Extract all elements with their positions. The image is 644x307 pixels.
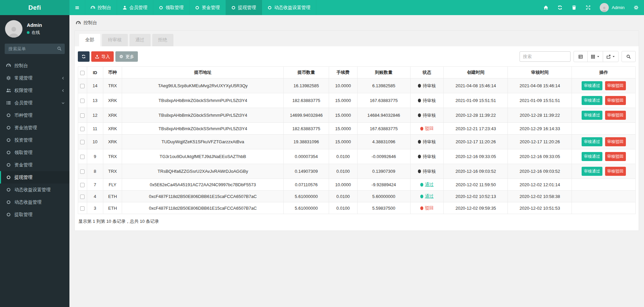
sidebar-item-10[interactable]: 动态收益设置管理 bbox=[0, 184, 69, 196]
checkbox-cell bbox=[78, 202, 87, 214]
user-menu[interactable]: Admin bbox=[600, 3, 625, 12]
nav-item-5[interactable]: 动态收益设置管理 bbox=[262, 0, 316, 15]
sidebar-item-3[interactable]: 会员管理 bbox=[0, 97, 69, 109]
cell-address: TUDuyWqjifZeK51SFkuVFZTGarzzxAtBva bbox=[122, 135, 284, 149]
cell-fee: 10.0000 bbox=[329, 79, 357, 93]
table-search-input[interactable] bbox=[520, 51, 571, 62]
status-badge: 待审核 bbox=[418, 98, 436, 104]
cell-status: 待审核 bbox=[410, 79, 444, 93]
nav-item-0[interactable]: 控制台 bbox=[85, 0, 117, 15]
cell-fee: 0.0100 bbox=[329, 164, 357, 179]
sidebar-item-7[interactable]: 领取管理 bbox=[0, 146, 69, 159]
sidebar-item-label: 动态收益管理 bbox=[14, 199, 42, 205]
trash-icon[interactable] bbox=[572, 5, 577, 10]
cell-audited: 2020-12-02 10:51:53 bbox=[508, 202, 572, 214]
sidebar-toggle-button[interactable] bbox=[69, 0, 85, 15]
nav-item-4[interactable]: 提现管理 bbox=[226, 0, 262, 15]
circle-icon bbox=[267, 5, 272, 10]
settings-gear-icon[interactable] bbox=[634, 5, 639, 10]
nav-item-3[interactable]: 资金管理 bbox=[190, 0, 226, 15]
sidebar-item-12[interactable]: 提取管理 bbox=[0, 208, 69, 221]
brand-logo[interactable]: Defi bbox=[0, 0, 69, 15]
tab-1[interactable]: 待审核 bbox=[102, 34, 128, 46]
table-row: 7FLY0x5E62eCa45A45191AC72AA2f4C9997bc7BD… bbox=[78, 179, 636, 191]
cell-amount: 16.13982585 bbox=[284, 79, 329, 93]
row-checkbox[interactable] bbox=[80, 99, 85, 103]
tab-2[interactable]: 通过 bbox=[129, 34, 151, 46]
status-dot-icon bbox=[418, 113, 421, 117]
more-button[interactable]: 更多 bbox=[115, 51, 138, 62]
row-checkbox[interactable] bbox=[80, 206, 85, 211]
reject-button[interactable]: 审核驳回 bbox=[605, 96, 626, 105]
reject-button[interactable]: 审核驳回 bbox=[605, 137, 626, 146]
chevron-left-icon bbox=[61, 76, 65, 80]
export-button[interactable] bbox=[603, 51, 619, 62]
import-button[interactable]: 导入 bbox=[91, 51, 114, 62]
row-checkbox[interactable] bbox=[80, 84, 85, 88]
reject-button[interactable]: 审核驳回 bbox=[605, 111, 626, 120]
sidebar-item-0[interactable]: 控制台 bbox=[0, 59, 69, 72]
cell-address: 0xcF487F118d2B50E806DBB61E15caFCCA6507B7… bbox=[122, 191, 284, 202]
expand-icon[interactable] bbox=[586, 5, 591, 10]
sidebar-item-2[interactable]: 权限管理 bbox=[0, 84, 69, 97]
row-checkbox[interactable] bbox=[80, 183, 85, 187]
sidebar-item-6[interactable]: 投资管理 bbox=[0, 134, 69, 146]
reject-button[interactable]: 审核驳回 bbox=[605, 81, 626, 90]
toolbar: 导入 更多 bbox=[78, 51, 636, 62]
more-button-label: 更多 bbox=[125, 54, 134, 60]
sidebar-item-4[interactable]: 币种管理 bbox=[0, 109, 69, 121]
select-all-checkbox[interactable] bbox=[80, 71, 85, 75]
reject-button[interactable]: 审核驳回 bbox=[605, 152, 626, 161]
sidebar-item-1[interactable]: 常规管理 bbox=[0, 72, 69, 84]
search-icon[interactable] bbox=[57, 46, 62, 51]
cell-actions: 审核通过 审核驳回 bbox=[572, 93, 636, 108]
approve-button[interactable]: 审核通过 bbox=[582, 167, 602, 176]
tab-3[interactable]: 拒绝 bbox=[152, 34, 173, 46]
nav-item-2[interactable]: 领取管理 bbox=[153, 0, 190, 15]
tab-0[interactable]: 全部 bbox=[79, 34, 100, 46]
cell-actions bbox=[572, 123, 636, 135]
row-checkbox[interactable] bbox=[80, 127, 85, 131]
sidebar-item-9[interactable]: 提现管理 bbox=[0, 171, 69, 184]
cell-actions bbox=[572, 202, 636, 214]
cell-status: 驳回 bbox=[410, 123, 444, 135]
sidebar-item-8[interactable]: 资金管理 bbox=[0, 159, 69, 171]
sidebar-item-label: 权限管理 bbox=[14, 88, 33, 94]
reject-button[interactable]: 审核驳回 bbox=[605, 167, 626, 176]
refresh-icon[interactable] bbox=[557, 5, 562, 10]
columns-button[interactable] bbox=[587, 51, 603, 62]
checkbox-cell bbox=[78, 191, 87, 202]
cell-received: -9.92889424 bbox=[357, 179, 410, 191]
top-nav: 控制台 会员管理 领取管理 资金管理 提现管理 动态收益设置管理 bbox=[69, 0, 316, 15]
sidebar-item-5[interactable]: 资金池管理 bbox=[0, 121, 69, 134]
row-checkbox[interactable] bbox=[80, 169, 85, 174]
home-icon[interactable] bbox=[543, 5, 548, 10]
nav-item-1[interactable]: 会员管理 bbox=[117, 0, 153, 15]
cell-address: TBs8xpAHbBmkZGbckSSrhmmPUPrL5Zt3Y4 bbox=[122, 93, 284, 108]
row-checkbox[interactable] bbox=[80, 113, 85, 118]
detail-view-button[interactable] bbox=[574, 51, 588, 62]
approve-button[interactable]: 审核通过 bbox=[582, 96, 602, 105]
approve-button[interactable]: 审核通过 bbox=[582, 81, 602, 90]
search-button[interactable] bbox=[622, 51, 636, 62]
status-badge: 待审核 bbox=[418, 139, 436, 145]
approve-button[interactable]: 审核通过 bbox=[582, 152, 602, 161]
row-checkbox[interactable] bbox=[80, 155, 85, 159]
row-checkbox[interactable] bbox=[80, 140, 85, 144]
approve-button[interactable]: 审核通过 bbox=[582, 111, 602, 120]
column-header: 创建时间 bbox=[444, 67, 508, 79]
row-checkbox[interactable] bbox=[80, 195, 85, 199]
cell-id: 4 bbox=[87, 191, 103, 202]
sidebar-item-11[interactable]: 动态收益管理 bbox=[0, 196, 69, 208]
cell-status: 驳回 bbox=[410, 202, 444, 214]
sidebar: Admin 在线 控制台 常规管理 权限管理 bbox=[0, 15, 69, 307]
sidebar-search-input[interactable] bbox=[5, 44, 65, 54]
cell-actions: 审核通过 审核驳回 bbox=[572, 108, 636, 123]
sidebar-menu: 控制台 常规管理 权限管理 会员管理 币种管理 资金池管理 投资管理 领取管理 bbox=[0, 59, 69, 221]
cell-received: 5.60000000 bbox=[357, 191, 410, 202]
user-icon bbox=[122, 5, 127, 10]
refresh-button[interactable] bbox=[78, 51, 90, 62]
approve-button[interactable]: 审核通过 bbox=[582, 137, 602, 146]
sidebar-item-label: 控制台 bbox=[14, 63, 28, 69]
sidebar-user-name: Admin bbox=[27, 22, 42, 28]
